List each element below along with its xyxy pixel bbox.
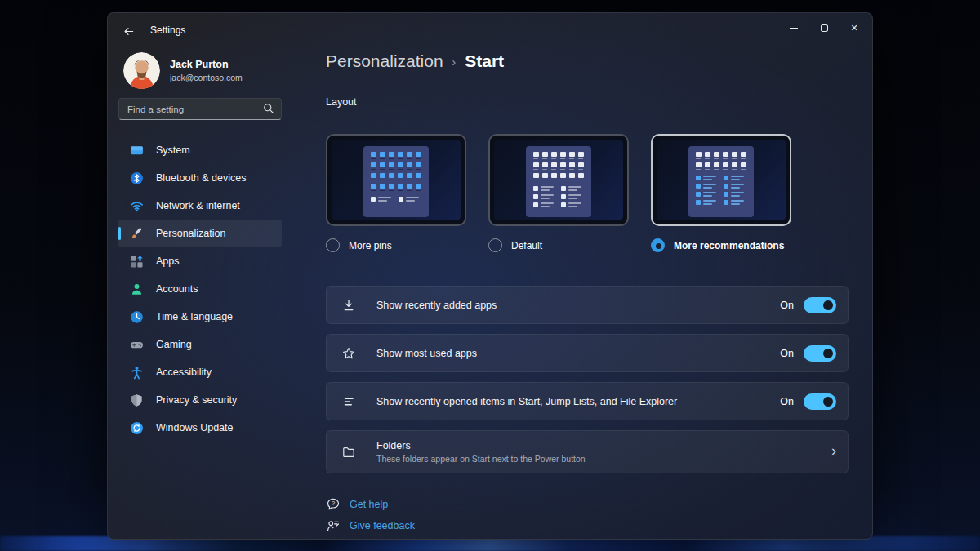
sidebar-item-network-internet[interactable]: Network & internet — [118, 192, 282, 220]
breadcrumb: Personalization › Start — [326, 51, 849, 71]
folders-subtitle: These folders appear on Start next to th… — [376, 454, 586, 464]
breadcrumb-start: Start — [465, 51, 504, 71]
titlebar: Settings ✕ — [108, 13, 872, 49]
sidebar: Jack Purton jack@contoso.com System — [118, 49, 282, 442]
sidebar-item-personalization[interactable]: Personalization — [118, 220, 282, 247]
back-arrow-icon — [122, 25, 135, 38]
search-icon — [263, 103, 274, 114]
sidebar-item-label: Time & language — [156, 311, 233, 322]
sidebar-item-label: Accessibility — [156, 367, 212, 378]
radio-more-pins[interactable] — [326, 238, 340, 252]
app-title: Settings — [150, 24, 185, 36]
toggle-recently-opened-items[interactable] — [804, 393, 836, 410]
radio-label: More pins — [349, 240, 392, 251]
toggle-knob — [823, 397, 833, 407]
breadcrumb-personalization[interactable]: Personalization — [326, 51, 443, 71]
minimize-icon — [790, 28, 798, 29]
layout-options: More pins Default More recommendatio — [326, 134, 849, 252]
give-feedback-label: Give feedback — [350, 520, 415, 531]
user-profile[interactable]: Jack Purton jack@contoso.com — [123, 51, 282, 90]
toggle-knob — [823, 349, 833, 358]
sidebar-item-apps[interactable]: Apps — [118, 247, 282, 275]
give-feedback-link[interactable]: Give feedback — [326, 518, 415, 533]
more-pins-preview — [326, 134, 466, 226]
setting-row-folders[interactable]: Folders These folders appear on Start ne… — [326, 430, 849, 473]
sidebar-item-label: Accounts — [156, 283, 198, 295]
toggle-recently-added-apps[interactable] — [804, 297, 836, 313]
row-label: Show recently opened items in Start, Jum… — [376, 396, 677, 407]
sidebar-item-system[interactable]: System — [118, 136, 282, 164]
row-label: Show recently added apps — [376, 300, 497, 311]
folder-icon — [341, 445, 356, 460]
radio-default[interactable] — [488, 238, 502, 252]
radio-label: Default — [511, 240, 542, 251]
svg-text:?: ? — [332, 500, 335, 507]
system-icon — [130, 144, 144, 158]
sidebar-item-gaming[interactable]: Gaming — [118, 331, 282, 358]
folders-row-text: Folders These folders appear on Start ne… — [376, 440, 586, 464]
get-help-link[interactable]: ? Get help — [326, 497, 388, 512]
search-box — [118, 98, 282, 120]
back-button[interactable] — [116, 20, 140, 42]
accounts-icon — [130, 282, 144, 296]
row-label: Show most used apps — [376, 348, 477, 359]
accessibility-icon — [130, 366, 144, 380]
layout-section-label: Layout — [326, 96, 849, 108]
get-help-label: Get help — [350, 499, 388, 510]
gaming-icon — [130, 338, 144, 352]
recent-items-icon — [341, 394, 356, 409]
radio-more-recommendations[interactable] — [651, 238, 665, 252]
sidebar-item-label: Personalization — [156, 228, 225, 239]
profile-text: Jack Purton jack@contoso.com — [170, 59, 243, 82]
layout-option-more-pins[interactable]: More pins — [326, 134, 466, 252]
profile-email: jack@contoso.com — [170, 73, 243, 82]
more-recommendations-preview — [651, 134, 791, 226]
toggle-knob — [823, 300, 833, 310]
privacy-icon — [130, 393, 144, 407]
profile-name: Jack Purton — [170, 59, 243, 70]
maximize-button[interactable] — [817, 21, 831, 34]
network-icon — [130, 199, 144, 213]
get-help-icon: ? — [326, 497, 341, 512]
windows-update-icon — [130, 421, 144, 435]
toggle-state-label: On — [780, 396, 794, 407]
sidebar-item-label: Gaming — [156, 339, 192, 350]
download-icon — [341, 298, 356, 313]
minimize-button[interactable] — [787, 21, 800, 34]
sidebar-item-time-language[interactable]: Time & language — [118, 303, 282, 331]
setting-row-recently-added-apps: Show recently added apps On — [326, 286, 849, 324]
search-input[interactable] — [118, 98, 282, 120]
personalization-icon — [130, 227, 144, 241]
setting-row-most-used-apps: Show most used apps On — [326, 334, 849, 372]
apps-icon — [130, 255, 144, 269]
layout-option-default[interactable]: Default — [488, 134, 629, 252]
sidebar-item-bluetooth-devices[interactable]: Bluetooth & devices — [118, 164, 282, 192]
sidebar-nav: System Bluetooth & devices — [118, 136, 282, 442]
star-icon — [341, 346, 356, 361]
sidebar-item-privacy-security[interactable]: Privacy & security — [118, 386, 282, 414]
close-icon: ✕ — [850, 24, 858, 33]
settings-rows: Show recently added apps On Show most us… — [326, 286, 849, 473]
layout-option-more-recommendations[interactable]: More recommendations — [651, 134, 791, 252]
sidebar-item-accounts[interactable]: Accounts — [118, 275, 282, 303]
footer-links: ? Get help Give feedback — [326, 497, 849, 533]
sidebar-item-label: Apps — [156, 256, 180, 267]
sidebar-item-accessibility[interactable]: Accessibility — [118, 358, 282, 386]
sidebar-item-label: System — [156, 144, 190, 156]
close-button[interactable]: ✕ — [848, 21, 861, 34]
chevron-right-icon[interactable]: › — [831, 443, 836, 460]
window-controls: ✕ — [787, 21, 861, 34]
sidebar-item-label: Network & internet — [156, 200, 240, 211]
avatar — [123, 52, 160, 89]
toggle-state-label: On — [780, 300, 794, 311]
toggle-most-used-apps[interactable] — [804, 345, 836, 362]
sidebar-item-label: Bluetooth & devices — [156, 172, 247, 184]
sidebar-item-windows-update[interactable]: Windows Update — [118, 414, 282, 442]
sidebar-item-label: Windows Update — [156, 422, 234, 433]
settings-window: Settings ✕ Jack Purton jack@contos — [107, 12, 873, 540]
sidebar-item-label: Privacy & security — [156, 394, 237, 406]
toggle-state-label: On — [780, 348, 794, 359]
bluetooth-icon — [130, 171, 144, 185]
main-content: Personalization › Start Layout More pins — [326, 49, 849, 540]
maximize-icon — [821, 24, 828, 32]
